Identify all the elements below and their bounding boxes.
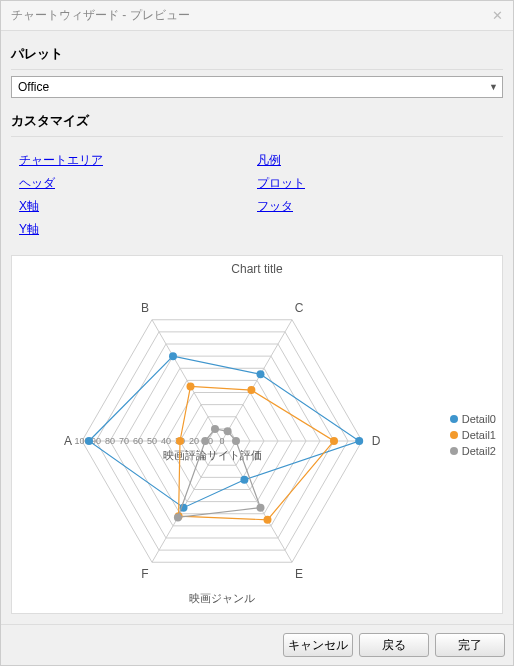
legend: Detail0Detail1Detail2: [450, 409, 496, 461]
link-y-axis[interactable]: Y軸: [19, 221, 257, 238]
back-button[interactable]: 戻る: [359, 633, 429, 657]
svg-text:20: 20: [189, 436, 199, 446]
legend-dot-icon: [450, 415, 458, 423]
titlebar: チャートウィザード - プレビュー ✕: [1, 1, 513, 31]
svg-point-35: [85, 437, 93, 445]
svg-point-42: [176, 437, 184, 445]
chevron-down-icon: ▼: [489, 82, 498, 92]
svg-text:80: 80: [105, 436, 115, 446]
customize-links: チャートエリア ヘッダ X軸 Y軸 凡例 プロット フッタ: [11, 143, 503, 255]
svg-point-53: [257, 504, 265, 512]
palette-selected: Office: [18, 80, 49, 94]
svg-point-38: [355, 437, 363, 445]
customize-label: カスタマイズ: [11, 108, 503, 134]
divider: [11, 136, 503, 137]
legend-item: Detail0: [450, 413, 496, 425]
palette-label: パレット: [11, 41, 503, 67]
finish-button[interactable]: 完了: [435, 633, 505, 657]
legend-dot-icon: [450, 447, 458, 455]
svg-point-36: [169, 352, 177, 360]
link-x-axis[interactable]: X軸: [19, 198, 257, 215]
chart-title: Chart title: [12, 256, 502, 276]
legend-label: Detail0: [462, 413, 496, 425]
legend-item: Detail1: [450, 429, 496, 441]
link-legend[interactable]: 凡例: [257, 152, 495, 169]
svg-text:F: F: [141, 567, 148, 581]
svg-point-52: [232, 437, 240, 445]
svg-point-43: [187, 382, 195, 390]
link-footer[interactable]: フッタ: [257, 198, 495, 215]
svg-point-51: [224, 427, 232, 435]
svg-point-45: [330, 437, 338, 445]
svg-point-50: [211, 425, 219, 433]
close-icon[interactable]: ✕: [492, 8, 503, 23]
svg-text:E: E: [295, 567, 303, 581]
dialog-body: パレット Office ▼ カスタマイズ チャートエリア ヘッダ X軸 Y軸 凡…: [1, 31, 513, 624]
legend-dot-icon: [450, 431, 458, 439]
link-chart-area[interactable]: チャートエリア: [19, 152, 257, 169]
legend-item: Detail2: [450, 445, 496, 457]
legend-label: Detail2: [462, 445, 496, 457]
svg-text:50: 50: [147, 436, 157, 446]
svg-point-37: [257, 370, 265, 378]
svg-text:映画ジャンル: 映画ジャンル: [189, 592, 255, 604]
svg-text:A: A: [64, 434, 72, 448]
legend-label: Detail1: [462, 429, 496, 441]
chart-wizard-dialog: チャートウィザード - プレビュー ✕ パレット Office ▼ カスタマイズ…: [0, 0, 514, 666]
svg-point-39: [240, 476, 248, 484]
svg-point-44: [247, 386, 255, 394]
divider: [11, 69, 503, 70]
dialog-footer: キャンセル 戻る 完了: [1, 624, 513, 665]
link-header[interactable]: ヘッダ: [19, 175, 257, 192]
svg-text:C: C: [295, 301, 304, 315]
svg-point-54: [174, 513, 182, 521]
svg-text:60: 60: [133, 436, 143, 446]
chart-preview: Chart title 0102030405060708090100映画評論サイ…: [11, 255, 503, 614]
svg-text:D: D: [372, 434, 381, 448]
cancel-button[interactable]: キャンセル: [283, 633, 353, 657]
svg-point-49: [201, 437, 209, 445]
svg-text:B: B: [141, 301, 149, 315]
svg-point-46: [264, 516, 272, 524]
svg-text:0: 0: [219, 436, 224, 446]
window-title: チャートウィザード - プレビュー: [11, 7, 190, 24]
link-plot[interactable]: プロット: [257, 175, 495, 192]
svg-text:映画評論サイト評価: 映画評論サイト評価: [163, 449, 262, 461]
svg-text:70: 70: [119, 436, 129, 446]
svg-text:40: 40: [161, 436, 171, 446]
radar-chart: 0102030405060708090100映画評論サイト評価ABCDEF映画ジ…: [12, 276, 442, 606]
palette-select[interactable]: Office ▼: [11, 76, 503, 98]
